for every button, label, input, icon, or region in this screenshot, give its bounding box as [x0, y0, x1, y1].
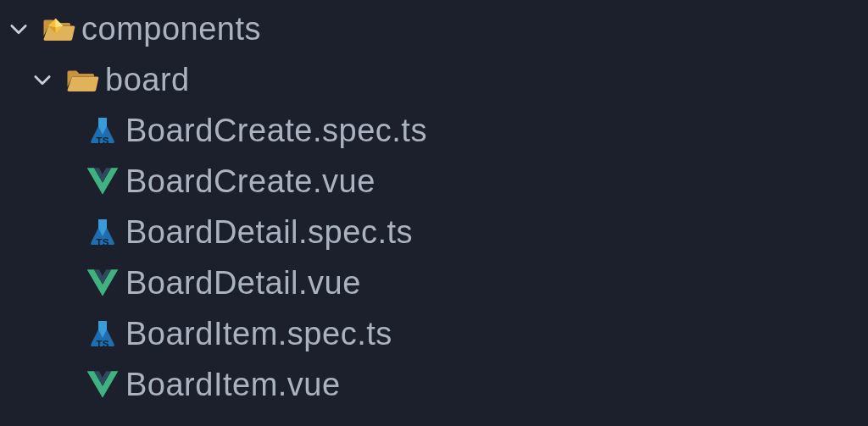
- folder-board[interactable]: board: [0, 54, 868, 105]
- folder-label: components: [81, 11, 261, 47]
- folder-open-icon: [36, 11, 81, 47]
- file-boarditem-vue[interactable]: BoardItem.vue: [0, 359, 868, 410]
- folder-label: board: [105, 62, 190, 98]
- svg-text:TS: TS: [96, 338, 109, 349]
- file-label: BoardDetail.spec.ts: [125, 214, 413, 251]
- chevron-down-icon: [25, 68, 59, 91]
- file-boardcreate-vue[interactable]: BoardCreate.vue: [0, 156, 868, 207]
- svg-text:TS: TS: [96, 135, 109, 146]
- svg-text:TS: TS: [96, 236, 109, 247]
- vue-icon: [80, 164, 125, 198]
- file-label: BoardDetail.vue: [125, 265, 361, 302]
- file-boardcreate-spec[interactable]: TS BoardCreate.spec.ts: [0, 105, 868, 156]
- file-label: BoardCreate.vue: [125, 163, 376, 200]
- vue-icon: [80, 266, 125, 300]
- test-ts-icon: TS: [80, 215, 125, 249]
- file-tree: components board TS BoardCreate.spec.ts: [0, 0, 868, 410]
- file-label: BoardItem.vue: [125, 367, 341, 403]
- folder-open-icon: [59, 62, 105, 97]
- chevron-down-icon: [2, 17, 36, 41]
- file-boarddetail-spec[interactable]: TS BoardDetail.spec.ts: [0, 207, 868, 257]
- file-label: BoardItem.spec.ts: [125, 316, 392, 352]
- vue-icon: [80, 368, 125, 401]
- file-label: BoardCreate.spec.ts: [125, 113, 427, 149]
- test-ts-icon: TS: [80, 317, 125, 351]
- file-boarddetail-vue[interactable]: BoardDetail.vue: [0, 257, 868, 308]
- folder-components[interactable]: components: [0, 3, 868, 54]
- test-ts-icon: TS: [80, 113, 125, 147]
- file-boarditem-spec[interactable]: TS BoardItem.spec.ts: [0, 308, 868, 359]
